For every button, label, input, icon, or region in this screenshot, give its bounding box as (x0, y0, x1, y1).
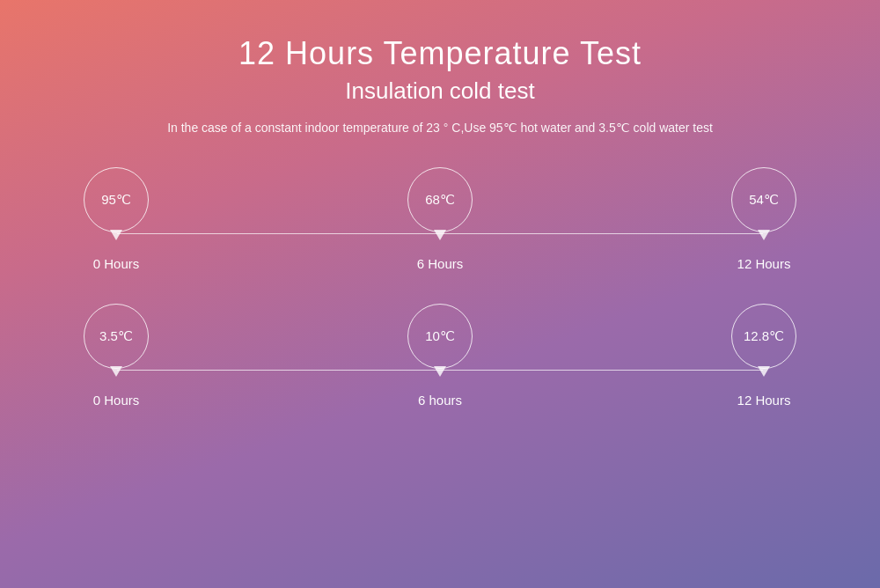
hot-temp-2: 54℃ (749, 192, 779, 208)
hot-bubble-2: 54℃ (729, 161, 799, 239)
page-subtitle: Insulation cold test (345, 77, 534, 105)
cold-temp-0: 3.5℃ (99, 328, 133, 344)
page-background: 12 Hours Temperature Test Insulation col… (0, 0, 880, 588)
hot-bubble-circle-1: 68℃ (407, 167, 473, 232)
hot-point-1: 68℃ 6 Hours (405, 161, 475, 271)
cold-temp-1: 10℃ (425, 328, 455, 344)
cold-bubble-circle-2: 12.8℃ (731, 304, 796, 369)
hot-bubble-0: 95℃ (81, 161, 151, 239)
cold-bubble-circle-1: 10℃ (407, 304, 473, 369)
hot-label-1: 6 Hours (417, 256, 464, 271)
hot-test-section: 95℃ 0 Hours 68℃ 6 Hours 54℃ (81, 161, 799, 271)
cold-label-2: 12 Hours (737, 393, 791, 408)
cold-test-section: 3.5℃ 0 Hours 10℃ 6 hours 12.8℃ (81, 298, 799, 408)
hot-bubble-circle-0: 95℃ (84, 167, 149, 232)
cold-point-1: 10℃ 6 hours (405, 298, 475, 408)
hot-bubble-1: 68℃ (405, 161, 475, 239)
cold-bubble-circle-0: 3.5℃ (84, 304, 149, 369)
hot-temp-0: 95℃ (101, 192, 131, 208)
cold-bubble-0: 3.5℃ (81, 298, 151, 375)
cold-bubble-2: 12.8℃ (729, 298, 799, 375)
cold-point-0: 3.5℃ 0 Hours (81, 298, 151, 408)
hot-temp-1: 68℃ (425, 192, 455, 208)
cold-point-2: 12.8℃ 12 Hours (729, 298, 799, 408)
page-title: 12 Hours Temperature Test (238, 35, 642, 72)
hot-label-2: 12 Hours (737, 256, 791, 271)
hot-timeline-row: 95℃ 0 Hours 68℃ 6 Hours 54℃ (81, 161, 799, 271)
cold-timeline-row: 3.5℃ 0 Hours 10℃ 6 hours 12.8℃ (81, 298, 799, 408)
description-text: In the case of a constant indoor tempera… (167, 121, 713, 135)
hot-label-0: 0 Hours (93, 256, 140, 271)
hot-point-2: 54℃ 12 Hours (729, 161, 799, 271)
hot-point-0: 95℃ 0 Hours (81, 161, 151, 271)
cold-bubble-1: 10℃ (405, 298, 475, 375)
cold-temp-2: 12.8℃ (744, 328, 784, 344)
hot-bubble-circle-2: 54℃ (731, 167, 796, 232)
cold-label-0: 0 Hours (93, 393, 140, 408)
cold-label-1: 6 hours (418, 393, 462, 408)
